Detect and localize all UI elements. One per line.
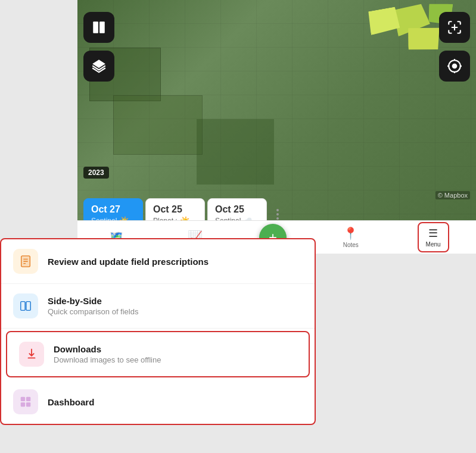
side-by-side-button[interactable]	[83, 12, 114, 43]
sidebyside-title: Side-by-Side	[48, 296, 303, 306]
nav-item-notes[interactable]: 📍 Notes	[336, 224, 366, 251]
layers-button[interactable]	[83, 51, 114, 82]
prescriptions-text: Review and update field prescriptions	[48, 257, 303, 267]
downloads-title: Downloads	[54, 344, 297, 354]
dashboard-title: Dashboard	[48, 397, 303, 407]
menu-item-dashboard[interactable]: Dashboard	[1, 380, 315, 424]
scan-field-button[interactable]	[439, 12, 470, 43]
map-background: 2023 © Mapbox Oct 27 Sentinel ☀️ Oct 25 …	[77, 0, 476, 238]
field-patch-dark	[113, 95, 203, 155]
sidebyside-desc: Quick comparison of fields	[48, 307, 303, 316]
prescriptions-icon	[13, 249, 38, 274]
nav-menu-button[interactable]: ☰ Menu	[418, 222, 449, 252]
menu-panel: Review and update field prescriptions Si…	[0, 238, 316, 425]
field-patch	[367, 7, 400, 35]
downloads-text: Downloads Download images to see offline	[54, 344, 297, 364]
svg-rect-14	[21, 302, 25, 311]
sidebyside-icon	[13, 293, 38, 318]
nav-menu-label: Menu	[426, 241, 441, 248]
svg-rect-20	[26, 402, 30, 407]
dashboard-text: Dashboard	[48, 397, 303, 407]
map-container: 2023 © Mapbox Oct 27 Sentinel ☀️ Oct 25 …	[77, 0, 476, 238]
menu-hamburger-icon: ☰	[428, 227, 438, 240]
svg-rect-0	[93, 21, 98, 33]
field-patch-dark	[197, 119, 274, 185]
dot	[276, 217, 279, 220]
nav-notes-label: Notes	[343, 242, 359, 248]
downloads-icon	[19, 342, 44, 367]
field-patch	[406, 26, 441, 52]
date-label: Oct 27	[91, 204, 135, 215]
notes-icon: 📍	[343, 226, 358, 240]
dashboard-icon	[13, 389, 38, 414]
downloads-desc: Download images to see offline	[54, 355, 297, 364]
dot	[276, 213, 279, 215]
svg-rect-18	[26, 397, 30, 401]
svg-rect-19	[21, 402, 25, 407]
locate-button[interactable]	[439, 51, 470, 82]
date-label: Oct 25	[153, 204, 197, 215]
svg-rect-15	[26, 302, 30, 311]
menu-item-downloads[interactable]: Downloads Download images to see offline	[6, 331, 310, 377]
svg-rect-1	[99, 21, 105, 33]
prescriptions-title: Review and update field prescriptions	[48, 257, 303, 267]
year-badge: 2023	[83, 167, 109, 179]
dot	[276, 209, 279, 211]
svg-rect-17	[21, 397, 25, 401]
date-label: Oct 25	[215, 204, 259, 215]
menu-item-prescriptions[interactable]: Review and update field prescriptions	[1, 239, 315, 284]
sidebyside-text: Side-by-Side Quick comparison of fields	[48, 296, 303, 316]
svg-point-3	[452, 64, 458, 69]
menu-item-sidebyside[interactable]: Side-by-Side Quick comparison of fields	[1, 284, 315, 329]
